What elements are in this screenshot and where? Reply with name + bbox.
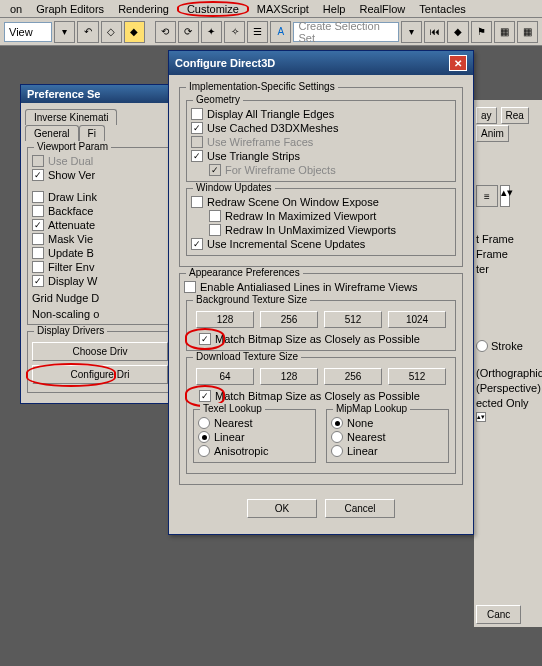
choose-driver-button[interactable]: Choose Driv xyxy=(32,342,168,361)
menubar: on Graph Editors Rendering Customize MAX… xyxy=(0,0,542,18)
radio-aniso[interactable] xyxy=(198,445,210,457)
mipmap-group: MipMap Lookup None Nearest Linear xyxy=(326,409,449,463)
checkbox[interactable] xyxy=(184,281,196,293)
tool-icon[interactable]: A xyxy=(270,21,291,43)
tool-icon[interactable]: ▾ xyxy=(54,21,75,43)
checkbox[interactable] xyxy=(32,233,44,245)
menu-item[interactable]: Graph Editors xyxy=(30,2,110,16)
menu-item[interactable]: RealFlow xyxy=(353,2,411,16)
checkbox[interactable] xyxy=(32,275,44,287)
checkbox[interactable] xyxy=(32,261,44,273)
chk-label: Display W xyxy=(48,275,98,287)
dl-texture-group: Download Texture Size 64 128 256 512 Mat… xyxy=(186,357,456,474)
chk-label: Match Bitmap Size as Closely as Possible xyxy=(215,333,420,345)
checkbox[interactable] xyxy=(191,108,203,120)
checkbox-match-bg[interactable] xyxy=(199,333,211,345)
tool-icon[interactable]: ⟳ xyxy=(178,21,199,43)
radio-linear[interactable] xyxy=(331,445,343,457)
size-button[interactable]: 128 xyxy=(260,368,318,385)
tool-icon[interactable]: ✦ xyxy=(201,21,222,43)
radio-stroke[interactable] xyxy=(476,340,488,352)
tool-icon[interactable]: ✧ xyxy=(224,21,245,43)
display-drivers-group: Display Drivers Choose Driv Configure Dr… xyxy=(27,331,173,393)
tool-icon[interactable]: ⚑ xyxy=(471,21,492,43)
checkbox[interactable] xyxy=(191,150,203,162)
checkbox[interactable] xyxy=(32,191,44,203)
size-button[interactable]: 512 xyxy=(324,311,382,328)
size-button[interactable]: 1024 xyxy=(388,311,446,328)
tool-icon[interactable]: ☰ xyxy=(247,21,268,43)
window-updates-group: Window Updates Redraw Scene On Window Ex… xyxy=(186,188,456,256)
checkbox[interactable] xyxy=(191,238,203,250)
tool-icon[interactable]: ⟲ xyxy=(155,21,176,43)
label: Stroke xyxy=(491,340,523,352)
tool-icon[interactable]: ↶ xyxy=(77,21,98,43)
texel-group: Texel Lookup Nearest Linear Anisotropic xyxy=(193,409,316,463)
tool-icon[interactable]: ◇ xyxy=(101,21,122,43)
tool-icon[interactable]: ⏮ xyxy=(424,21,445,43)
menu-item[interactable]: Help xyxy=(317,2,352,16)
ok-button[interactable]: OK xyxy=(247,499,317,518)
group-label: Viewport Param xyxy=(34,141,111,152)
chk-label: Backface xyxy=(48,205,93,217)
close-icon[interactable]: ✕ xyxy=(449,55,467,71)
btn-anim[interactable]: Anim xyxy=(476,125,509,142)
radio-linear[interactable] xyxy=(198,431,210,443)
chk-label: Match Bitmap Size as Closely as Possible xyxy=(215,390,420,402)
checkbox[interactable] xyxy=(209,224,221,236)
size-button[interactable]: 256 xyxy=(260,311,318,328)
radio-label: Nearest xyxy=(347,431,386,443)
size-button[interactable]: 256 xyxy=(324,368,382,385)
menu-item[interactable]: MAXScript xyxy=(251,2,315,16)
chk-label: Draw Link xyxy=(48,191,97,203)
view-dropdown[interactable]: View xyxy=(4,22,52,42)
group-label: Display Drivers xyxy=(34,325,107,336)
chk-label: Redraw Scene On Window Expose xyxy=(207,196,379,208)
checkbox[interactable] xyxy=(32,247,44,259)
tool-icon[interactable]: ▦ xyxy=(494,21,515,43)
menu-item[interactable]: on xyxy=(4,2,28,16)
geometry-group: Geometry Display All Triangle Edges Use … xyxy=(186,100,456,182)
tab-inverse[interactable]: Inverse Kinemati xyxy=(25,109,117,125)
tool-icon[interactable]: ▾ xyxy=(401,21,422,43)
chk-label: Attenuate xyxy=(48,219,95,231)
btn-ay[interactable]: ay xyxy=(476,107,497,124)
chk-label: Redraw In Maximized Viewport xyxy=(225,210,376,222)
radio-nearest[interactable] xyxy=(198,417,210,429)
tool-icon[interactable]: ◆ xyxy=(124,21,145,43)
radio-none[interactable] xyxy=(331,417,343,429)
d3d-titlebar: Configure Direct3D ✕ xyxy=(169,51,473,75)
group-label: Texel Lookup xyxy=(200,403,265,414)
spinner-icon[interactable]: ≡ xyxy=(476,185,498,207)
chk-label: Display All Triangle Edges xyxy=(207,108,334,120)
size-button[interactable]: 512 xyxy=(388,368,446,385)
preferences-window: Preference Se Inverse Kinemati GeneralFi… xyxy=(20,84,180,404)
configure-driver-button[interactable]: Configure Dri xyxy=(32,365,168,384)
menu-customize[interactable]: Customize xyxy=(177,1,249,17)
radio-label: None xyxy=(347,417,373,429)
tab-general[interactable]: General xyxy=(25,125,79,141)
tab-fi[interactable]: Fi xyxy=(79,125,105,141)
checkbox[interactable] xyxy=(209,210,221,222)
checkbox[interactable] xyxy=(32,219,44,231)
radio-label: Anisotropic xyxy=(214,445,268,457)
tool-icon[interactable]: ▦ xyxy=(517,21,538,43)
menu-item[interactable]: Rendering xyxy=(112,2,175,16)
label: ected Only xyxy=(476,397,540,409)
tool-icon[interactable]: ◆ xyxy=(447,21,468,43)
cancel-button[interactable]: Cancel xyxy=(325,499,395,518)
radio-nearest[interactable] xyxy=(331,431,343,443)
selection-set-dropdown[interactable]: Create Selection Set xyxy=(293,22,399,42)
checkbox[interactable] xyxy=(32,205,44,217)
checkbox[interactable] xyxy=(191,122,203,134)
size-button[interactable]: 64 xyxy=(196,368,254,385)
checkbox[interactable] xyxy=(191,196,203,208)
size-button[interactable]: 128 xyxy=(196,311,254,328)
checkbox-match-dl[interactable] xyxy=(199,390,211,402)
btn-rea[interactable]: Rea xyxy=(501,107,529,124)
menu-item[interactable]: Tentacles xyxy=(413,2,471,16)
chk-label: Use Incremental Scene Updates xyxy=(207,238,365,250)
cancel-button[interactable]: Canc xyxy=(476,605,521,624)
checkbox[interactable] xyxy=(32,169,44,181)
label: ter xyxy=(476,263,540,275)
